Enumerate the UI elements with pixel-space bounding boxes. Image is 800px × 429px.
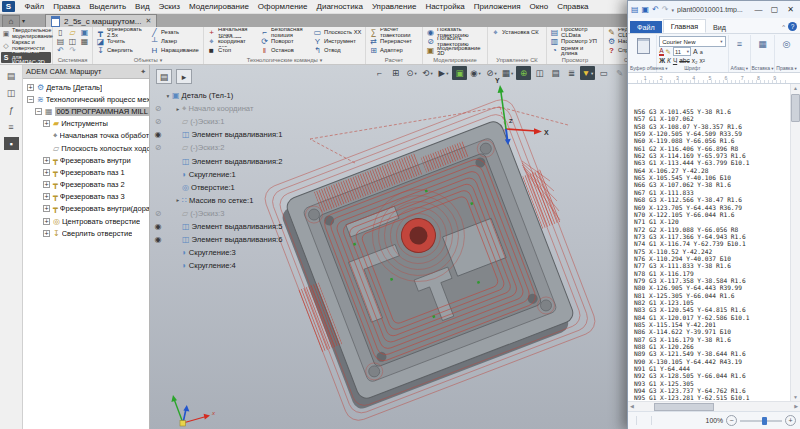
model-tree-row[interactable]: ⊘ (-)Эскиз:1 (152, 115, 320, 128)
zoom-slider-thumb[interactable] (762, 417, 767, 425)
menu-item[interactable]: Моделирование (184, 2, 253, 11)
editor-title-bar[interactable]: ▤ ▣ ↶ ↷ ▾ plant00010001.tmp... — ▢ ✕ (628, 1, 800, 18)
menu-item[interactable]: Оформление (253, 2, 312, 11)
model-tree-row[interactable]: Скругление:4 (152, 259, 320, 272)
viewport-tool-button[interactable]: ▾ (436, 66, 451, 80)
document-tab[interactable]: 2_5s_с маршрутом... ✕ (45, 14, 157, 27)
menu-item[interactable]: Приложения (469, 2, 525, 11)
ribbon-button[interactable]: Расчет траектории (368, 28, 420, 37)
visibility-eye-icon[interactable]: ⊘ (152, 104, 164, 113)
zoom-in-icon[interactable]: + (785, 415, 796, 426)
system-toolbar-icon[interactable] (79, 37, 90, 46)
ribbon-button[interactable]: Останов (259, 47, 310, 56)
model-tree-row[interactable]: Скругление:1 (152, 168, 320, 181)
tree-options-icon[interactable]: ▤ (156, 69, 172, 84)
system-toolbar-icon[interactable] (67, 28, 78, 37)
viewport-tool-button[interactable]: ▾ (564, 66, 579, 80)
tree-collapse-icon[interactable]: ▸ (176, 69, 192, 84)
strikethrough-button[interactable]: abc (679, 57, 689, 64)
model-tree-row[interactable]: ◉ Элемент выдавливания:1 (152, 128, 320, 141)
left-strip-icon[interactable] (4, 103, 19, 116)
ribbon-button[interactable]: Поворот (259, 37, 310, 46)
tree-row[interactable]: + Центровать отверстие (23, 215, 149, 227)
left-strip-icon[interactable] (4, 137, 19, 150)
menu-item[interactable]: Диагностика (312, 2, 367, 11)
model-tree-row[interactable]: Отверстие:1 (152, 181, 320, 194)
gcode-text-area[interactable]: N56 G3 X-101.455 Y-38 R1.6N57 G1 X-107.0… (628, 84, 790, 401)
system-toolbar-icon[interactable] (67, 46, 78, 55)
left-strip-icon[interactable] (4, 69, 19, 82)
insert-object-icon[interactable]: ▦ (753, 39, 772, 49)
minimize-button[interactable]: — (752, 3, 765, 16)
tree-row[interactable]: + Фрезеровать внутри(дорабо... (23, 203, 149, 215)
ribbon-button[interactable]: Адаптер (368, 47, 420, 56)
pin-icon[interactable]: ✦ (140, 68, 146, 76)
menu-item[interactable]: Окно (525, 2, 553, 11)
viewport-tool-button[interactable]: ▾ (468, 66, 483, 80)
ribbon-button[interactable]: Сверлить (95, 47, 147, 56)
scroll-right-icon[interactable]: ▶ (794, 403, 798, 409)
visibility-eye-icon[interactable]: ⊘ (152, 209, 164, 218)
viewport-tool-button[interactable]: ▾ (452, 66, 467, 80)
ribbon-button[interactable]: Время и длина (549, 47, 601, 56)
ribbon-button[interactable]: Резать (149, 28, 201, 37)
paste-icon[interactable] (637, 38, 650, 54)
tree-row[interactable]: + Инструменты (23, 118, 149, 130)
expand-arrow-icon[interactable]: ▸ (174, 197, 182, 203)
menu-item[interactable]: Настройка (421, 2, 469, 11)
paragraph-icon[interactable]: ≡ (731, 39, 748, 49)
menu-item[interactable]: Вид (131, 2, 154, 11)
close-icon[interactable]: ✕ (145, 17, 151, 25)
visibility-eye-icon[interactable]: ◉ (152, 130, 164, 139)
vertical-scrollbar[interactable]: ▲ ▼ (790, 84, 800, 401)
zoom-out-icon[interactable]: − (726, 415, 737, 426)
bold-button[interactable]: Ж (659, 57, 665, 64)
system-toolbar-icon[interactable] (55, 37, 66, 46)
viewport-tool-button[interactable]: ▾ (580, 66, 595, 80)
model-tree-row[interactable]: ⊘ (-)Эскиз:2 (152, 141, 320, 154)
model-tree-row[interactable]: Элемент выдавливания:2 (152, 154, 320, 167)
highlight-button[interactable]: ✎ (666, 48, 671, 56)
tree-row[interactable]: + Деталь [Деталь] (23, 81, 149, 93)
superscript-button[interactable]: x² (699, 57, 704, 64)
expand-toggle-icon[interactable]: + (43, 205, 50, 212)
grow-font-button[interactable]: А (693, 48, 698, 55)
ribbon-button[interactable]: Система координат дет... (206, 37, 257, 46)
model-tree-row[interactable]: ⊘ ▸ Начало координат (152, 102, 320, 115)
ribbon-button[interactable]: Безопасная позиция (259, 28, 310, 37)
expand-toggle-icon[interactable]: + (43, 181, 50, 188)
home-icon[interactable]: ⌂ (2, 15, 20, 27)
viewport-tool-button[interactable]: ▾ (548, 66, 563, 80)
tree-row[interactable]: − 005 ПРОГРАММНАЯ MILL № 2 (23, 105, 149, 117)
font-size-select[interactable]: 11▾ (673, 47, 691, 56)
undo-icon[interactable]: ↶ (652, 5, 659, 14)
ribbon-button[interactable]: Точить (95, 37, 147, 46)
tab-home[interactable]: Главная (663, 19, 706, 33)
expand-toggle-icon[interactable]: + (43, 120, 50, 127)
close-button[interactable]: ✕ (784, 3, 797, 16)
ribbon-button[interactable]: Стоп (206, 47, 257, 56)
ribbon-group-label[interactable]: Технологические команды▾ (204, 56, 365, 64)
font-color-button[interactable]: А (659, 48, 663, 56)
model-tree-row[interactable]: Скругление:3 (152, 246, 320, 259)
expand-toggle-icon[interactable]: + (27, 84, 34, 91)
viewport-tool-button[interactable]: ▾ (388, 66, 403, 80)
viewport-tool-button[interactable]: ▾ (420, 66, 435, 80)
ribbon-button[interactable]: Наращивание (149, 47, 201, 56)
system-toolbar-icon[interactable] (55, 46, 66, 55)
system-toolbar-icon[interactable] (55, 28, 66, 37)
menu-item[interactable]: Файл (20, 2, 49, 11)
viewport-tool-button[interactable]: ▾ (516, 66, 531, 80)
ribbon-button[interactable]: Моделирование 3D (425, 47, 485, 56)
find-replace-icon[interactable]: ◎ (777, 39, 796, 49)
font-family-select[interactable]: Courier New▾ (659, 36, 725, 47)
help-icon[interactable]: ? (788, 22, 797, 31)
ribbon-button[interactable]: Просмотр УП (549, 37, 601, 46)
workspace-mode-button[interactable]: Твердотельное моделирование (1, 28, 51, 39)
model-tree-row[interactable]: ▸ Массив по сетке:1 (152, 194, 320, 207)
ribbon-button[interactable]: Лазер (149, 37, 201, 46)
ribbon-button[interactable]: Плоскость XX (312, 28, 363, 37)
ribbon-group-label[interactable]: Просмотр (547, 56, 603, 64)
ribbon-group-label[interactable]: Системная (53, 56, 92, 64)
expand-arrow-icon[interactable]: ▾ (164, 93, 172, 99)
